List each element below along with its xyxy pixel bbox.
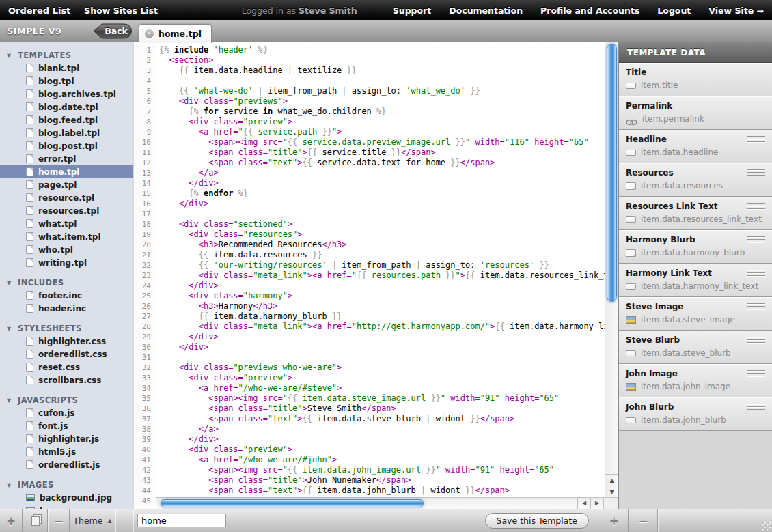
sidebar-item-home.tpl[interactable]: home.tpl — [0, 165, 133, 178]
sidebar-item-label: scrollbars.css — [38, 376, 101, 385]
remove-field-button[interactable]: − — [629, 509, 658, 532]
drag-handle-icon[interactable] — [747, 303, 765, 310]
sidebar-section-header[interactable]: ▼TEMPLATES — [0, 49, 133, 61]
sidebar-item-resource.tpl[interactable]: resource.tpl — [0, 191, 133, 204]
theme-menu-button[interactable]: Theme ▲ — [70, 509, 115, 532]
line-number: 7 — [134, 107, 156, 117]
line-number: 5 — [134, 86, 156, 96]
field-path-row: item.data.harmony_blurb — [626, 248, 765, 257]
resize-grip[interactable] — [762, 522, 771, 531]
drag-handle-icon[interactable] — [747, 337, 765, 344]
sidebar-item-blog.archives.tpl[interactable]: blog.archives.tpl — [0, 87, 133, 100]
sidebar-item-bg.png[interactable]: bg.png — [0, 504, 133, 509]
sidebar-section-header[interactable]: ▼INCLUDES — [0, 277, 133, 289]
tab-close-icon[interactable]: ✕ — [145, 29, 154, 38]
sidebar-item-blank.tpl[interactable]: blank.tpl — [0, 61, 133, 74]
drag-handle-icon[interactable] — [747, 169, 765, 176]
horizontal-scrollbar-thumb[interactable] — [161, 499, 424, 507]
drag-handle-icon[interactable] — [747, 270, 765, 277]
topbar-link[interactable]: View Site → — [708, 5, 764, 16]
sidebar-item-orderedlist.js[interactable]: orderedlist.js — [0, 458, 133, 471]
topbar-link[interactable]: Support — [393, 5, 432, 16]
scroll-up-button[interactable]: ▲ — [605, 474, 618, 486]
sidebar-item-orderedlist.css[interactable]: orderedlist.css — [0, 348, 133, 361]
code-line: 37 <span class="text">{{ item.data.steve… — [134, 414, 618, 424]
bottom-toolbar: + − Theme ▲ Save this Template + − — [0, 509, 772, 532]
template-name-input[interactable] — [137, 514, 226, 527]
drag-handle-icon[interactable] — [747, 136, 765, 143]
code-line: 6 <div class="previews"> — [134, 96, 618, 107]
show-sites-list-link[interactable]: Show Sites List — [84, 5, 158, 16]
sidebar-item-page.tpl[interactable]: page.tpl — [0, 178, 133, 191]
back-button[interactable]: Back — [93, 23, 133, 39]
scroll-right-button[interactable]: ▶ — [590, 498, 603, 509]
sidebar-item-blog.label.tpl[interactable]: blog.label.tpl — [0, 126, 133, 139]
add-field-button[interactable]: + — [600, 509, 629, 532]
tab-home-tpl[interactable]: ✕ home.tpl — [139, 24, 212, 43]
sidebar-item-writing.tpl[interactable]: writing.tpl — [0, 256, 133, 269]
line-content: <span class="title">{{ service.title }}<… — [156, 148, 436, 158]
field-path: item.data.john_blurb — [641, 415, 726, 425]
sidebar-item-blog.feed.tpl[interactable]: blog.feed.tpl — [0, 113, 133, 126]
field-label: Steve Image — [626, 302, 765, 311]
sidebar-item-background.jpg[interactable]: background.jpg — [0, 491, 133, 504]
text-field-icon — [626, 83, 636, 89]
topbar-link[interactable]: Logout — [657, 5, 691, 16]
template-data-fields: Titleitem.titlePermalinkitem.permalinkHe… — [619, 63, 772, 431]
sidebar-section-header[interactable]: ▼IMAGES — [0, 479, 133, 491]
brand-logo[interactable]: Ordered List — [8, 5, 70, 16]
sidebar-item-resources.tpl[interactable]: resources.tpl — [0, 204, 133, 217]
sidebar-item-error.tpl[interactable]: error.tpl — [0, 152, 133, 165]
field-label: Harmony Link Text — [626, 268, 765, 278]
sidebar-item-label: who.tpl — [38, 245, 73, 255]
sidebar-item-reset.css[interactable]: reset.css — [0, 361, 133, 374]
topbar-link[interactable]: Profile and Accounts — [540, 5, 639, 16]
horizontal-scroll-buttons: ◀ ▶ — [577, 498, 603, 509]
remove-file-button[interactable]: − — [49, 509, 70, 532]
line-content: <span class="title">Steve Smith</span> — [156, 404, 396, 414]
code-line: 41 <a href="/who-we-are/#john"> — [134, 455, 618, 465]
sidebar-item-highlighter.js[interactable]: highlighter.js — [0, 432, 133, 445]
scroll-down-button[interactable]: ▼ — [605, 486, 618, 497]
sidebar-item-scrollbars.css[interactable]: scrollbars.css — [0, 374, 133, 387]
template-data-card: John Blurbitem.data.john_blurb — [619, 397, 772, 431]
sidebar-item-font.js[interactable]: font.js — [0, 419, 133, 432]
sidebar-section-header[interactable]: ▼JAVASCRIPTS — [0, 394, 133, 406]
sidebar-section-header[interactable]: ▼STYLESHEETS — [0, 322, 133, 335]
scroll-left-button[interactable]: ◀ — [577, 498, 590, 509]
save-template-button[interactable]: Save this Template — [485, 513, 589, 529]
topbar-link[interactable]: Documentation — [449, 5, 523, 16]
sidebar-item-blog.date.tpl[interactable]: blog.date.tpl — [0, 100, 133, 113]
sidebar-item-highlighter.css[interactable]: highlighter.css — [0, 335, 133, 348]
sidebar-item-footer.inc[interactable]: footer.inc — [0, 289, 133, 302]
line-number: 27 — [134, 311, 156, 322]
sidebar-item-blog.tpl[interactable]: blog.tpl — [0, 74, 133, 87]
code-line: 3 {{ item.data.headline | textilize }} — [134, 66, 618, 76]
sidebar-item-cufon.js[interactable]: cufon.js — [0, 406, 133, 419]
sidebar-section: ▼STYLESHEETShighlighter.cssorderedlist.c… — [0, 322, 133, 387]
add-file-button[interactable]: + — [0, 509, 23, 532]
sidebar-item-who.tpl[interactable]: who.tpl — [0, 243, 133, 256]
drag-handle-icon[interactable] — [747, 370, 765, 377]
drag-handle-icon[interactable] — [747, 203, 765, 210]
vertical-scrollbar-thumb[interactable] — [607, 44, 617, 302]
horizontal-scrollbar[interactable]: ◀ ▶ — [156, 497, 603, 509]
drag-handle-icon[interactable] — [747, 236, 765, 243]
file-icon — [26, 128, 33, 137]
template-data-card: Steve Imageitem.data.steve_image — [619, 297, 772, 331]
text-field-icon — [626, 283, 636, 290]
code-editor[interactable]: 1{% include 'header' %}2 <section>3 {{ i… — [134, 42, 618, 509]
duplicate-file-button[interactable] — [23, 509, 48, 532]
vertical-scrollbar[interactable]: ▲ ▼ — [605, 42, 618, 497]
drag-handle-icon[interactable] — [747, 404, 765, 410]
line-content: <a href="{{ service.path }}"> — [156, 127, 342, 137]
line-number: 32 — [134, 363, 156, 373]
sidebar-item-blog.post.tpl[interactable]: blog.post.tpl — [0, 139, 133, 152]
sidebar-item-html5.js[interactable]: html5.js — [0, 445, 133, 458]
sidebar-item-header.inc[interactable]: header.inc — [0, 302, 133, 315]
file-icon — [26, 232, 33, 241]
sidebar-item-label: blog.label.tpl — [38, 128, 100, 138]
sidebar-item-what.item.tpl[interactable]: what.item.tpl — [0, 230, 133, 243]
triangle-down-icon: ▼ — [7, 482, 18, 488]
sidebar-item-what.tpl[interactable]: what.tpl — [0, 217, 133, 230]
